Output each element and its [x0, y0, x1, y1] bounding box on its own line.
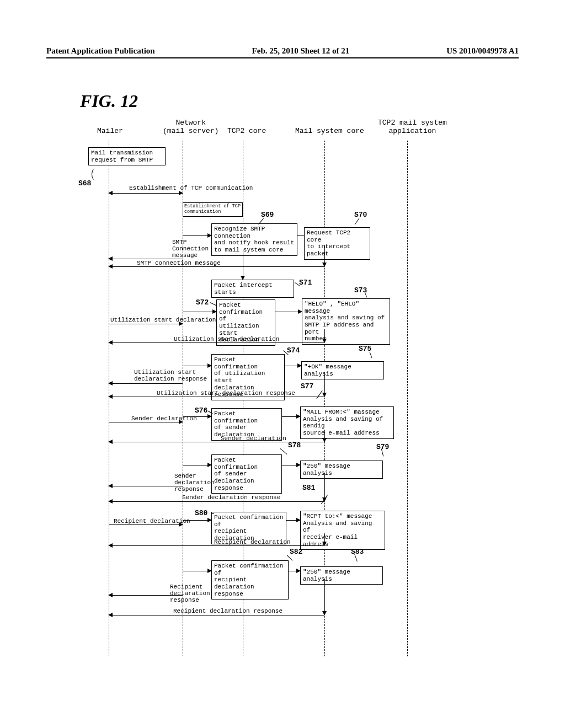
varrow-s75-down	[324, 372, 325, 397]
lane-network: Network(mail server)	[163, 119, 218, 136]
arrow-to-s76	[183, 416, 211, 417]
step-s82: S82	[290, 548, 302, 556]
figure-12: FIG. 12 Mailer Network(mail server) TCP2…	[72, 91, 480, 656]
arrow-util-start2	[109, 342, 324, 343]
step-s81: S81	[302, 484, 315, 492]
box-s81: "RCPT to:<" messageAnalysis and saving o…	[300, 511, 385, 550]
msg-recip-decl: Recipient declaration	[114, 518, 190, 524]
leader-s77	[316, 390, 322, 399]
box-s79: "250" message analysis	[300, 461, 383, 479]
leader-s70	[355, 218, 360, 224]
lifeline-network	[183, 141, 183, 656]
lane-tcp2core: TCP2 core	[227, 127, 266, 136]
figure-label: FIG. 12	[80, 91, 138, 111]
lane-app: TCP2 mail systemapplication	[378, 119, 447, 136]
step-s71: S71	[299, 279, 312, 287]
box-s82: Packet confirmation ofrecipient declarat…	[211, 560, 289, 599]
msg-recip-resp2: Recipient declaration response	[173, 608, 282, 614]
box-establish-inner: Establishment of TCP communication	[183, 202, 243, 217]
box-s75: "+OK" message analysis	[301, 361, 384, 379]
arrow-s80-s81	[286, 520, 300, 521]
msg-tcp-establish: Establishment of TCP communication	[129, 185, 253, 191]
msg-smtp-conn2: SMTP connection message	[137, 260, 221, 266]
msg-sender-resp2: Sender declaration response	[182, 494, 280, 501]
step-s78: S78	[288, 441, 301, 449]
arrow-smtp-conn2	[109, 266, 324, 267]
box-s77: "MAIL FROM:<" massageAnalysis and saving…	[300, 406, 394, 439]
varrow-to-s71	[243, 249, 243, 280]
arrow-s76-s77	[282, 416, 300, 417]
arrow-sender-resp2	[109, 501, 324, 502]
msg-sender-resp: Senderdeclarationresponse	[174, 473, 215, 493]
arrow-sender-resp	[109, 486, 183, 486]
box-s73: "HELO" , "EHLO" messageanalysis and savi…	[302, 298, 390, 345]
step-s70: S70	[354, 211, 367, 219]
arrow-to-s80	[183, 520, 211, 521]
step-s68: S68	[78, 179, 91, 188]
header-center: Feb. 25, 2010 Sheet 12 of 21	[252, 46, 350, 56]
step-s79: S79	[376, 443, 389, 451]
step-s72: S72	[196, 298, 209, 307]
step-s83: S83	[351, 548, 364, 556]
leader-s78	[280, 448, 287, 454]
arrow-recip-resp2	[109, 615, 324, 615]
arrow-s72-s73	[275, 312, 302, 312]
leader-s80	[211, 513, 214, 514]
varrow-s83-down	[324, 579, 325, 615]
arrow-to-s72	[183, 312, 216, 312]
arrow-to-s74	[183, 366, 211, 366]
arrow-s78-s79	[282, 465, 300, 465]
lifeline-app	[407, 141, 408, 656]
arrow-tcp-establish	[109, 193, 183, 194]
msg-sender-decl2: Sender declaration	[221, 435, 286, 442]
box-s69: Recognize SMTP connectionand notify hook…	[211, 223, 297, 256]
page-header: Patent Application Publication Feb. 25, …	[46, 46, 519, 58]
varrow-s73-down	[324, 329, 325, 342]
arrow-to-s78	[183, 465, 211, 465]
arrow-util-resp2	[109, 397, 324, 397]
msg-util-resp: Utilization startdeclaration response	[134, 369, 207, 382]
arrow-smtp-conn	[109, 259, 183, 259]
msg-recip-decl2: Recipient declaration	[214, 539, 291, 545]
msg-util-start: Utilization start declaration	[110, 317, 216, 323]
arrow-util-start	[109, 324, 183, 324]
varrow-s77-down	[324, 430, 325, 442]
step-s80: S80	[195, 509, 207, 517]
msg-util-resp2: Utilization start declaration response	[157, 390, 295, 397]
msg-recip-resp: Recipientdeclarationresponse	[170, 584, 210, 603]
arrow-recip-decl	[109, 524, 183, 525]
arrow-recip-decl2	[109, 545, 324, 546]
step-s74: S74	[287, 346, 300, 355]
arrow-to-s82	[183, 571, 211, 571]
step-s77: S77	[301, 382, 313, 390]
step-s76: S76	[195, 406, 207, 415]
box-s71: Packet intercept starts	[211, 280, 294, 298]
box-s83: "250" message analysis	[300, 566, 383, 585]
varrow-s70-down	[324, 245, 325, 266]
arrow-util-resp	[109, 383, 183, 384]
box-s68: Mail transmissionrequest from SMTP	[88, 147, 166, 165]
varrow-s81-down	[324, 533, 325, 545]
msg-util-start2: Utilization start declaration	[174, 336, 279, 342]
lane-mailer: Mailer	[97, 127, 123, 136]
arrow-s82-s83	[289, 571, 300, 571]
box-s70: Request TCP2 coreto intercept packet	[304, 227, 370, 260]
box-s78: Packet confirmationof sender declaration…	[211, 454, 282, 494]
arrow-s74-s75	[285, 366, 301, 366]
lane-mailsyscore: Mail system core	[295, 127, 364, 136]
arrow-sender-decl	[109, 422, 183, 422]
leader-s68	[92, 167, 102, 181]
header-left: Patent Application Publication	[46, 46, 155, 56]
msg-smtp-conn: SMTPConnectionmessage	[172, 239, 209, 259]
header-right: US 2010/0049978 A1	[446, 46, 519, 56]
arrow-to-s69	[183, 235, 211, 236]
